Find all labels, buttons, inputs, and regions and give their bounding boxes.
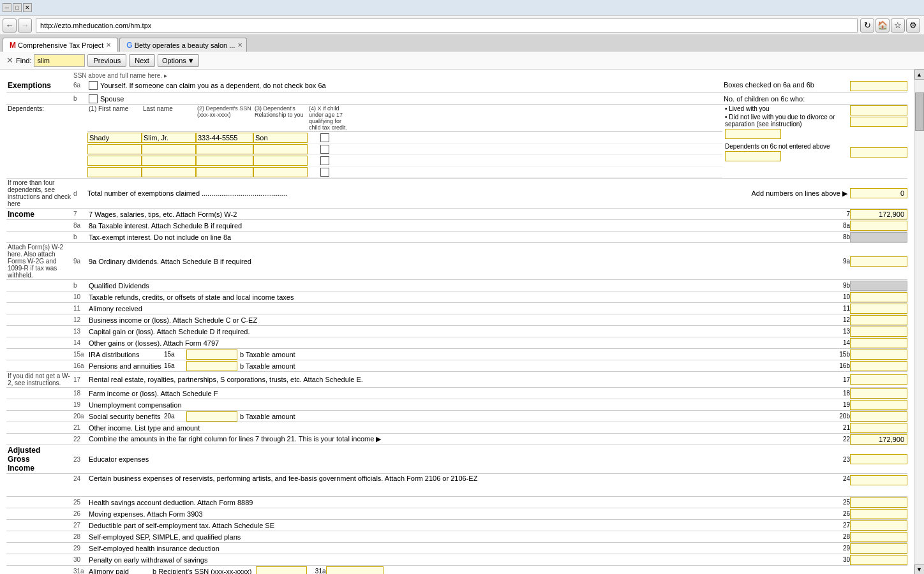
dep1-ssn[interactable]: 333-44-5555 (196, 133, 253, 143)
scroll-down-button[interactable]: ▼ (914, 564, 925, 574)
line9b-field[interactable] (850, 281, 907, 291)
line16a-field[interactable] (186, 361, 237, 371)
line12-field[interactable] (850, 315, 907, 325)
dep-col3: (2) Dependent's SSN (xxx-xx-xxxx) (196, 105, 253, 131)
line25-ref: 25 (831, 499, 850, 506)
dep4-checkbox[interactable] (320, 168, 329, 177)
dep4-lastname[interactable] (142, 167, 196, 177)
line7-value[interactable]: 172,900 (850, 209, 907, 219)
tab1-close[interactable]: ✕ (106, 41, 111, 48)
line23-field[interactable] (850, 454, 907, 464)
line10-field[interactable] (850, 292, 907, 302)
line28-field[interactable] (850, 532, 907, 542)
dep1-relationship[interactable]: Son (253, 133, 308, 143)
tab-comprehensive[interactable]: M Comprehensive Tax Project ✕ (3, 38, 118, 52)
find-close-button[interactable]: ✕ (6, 55, 13, 65)
dep3-firstname[interactable] (87, 156, 142, 166)
dep2-lastname[interactable] (142, 144, 196, 154)
line22-value[interactable]: 172,900 (850, 434, 907, 445)
line30-field[interactable] (850, 555, 907, 565)
did-not-live-field[interactable] (725, 129, 781, 139)
dep2-checkbox[interactable] (320, 145, 329, 154)
ssn-note-row: SSN above and full name here. ▸ (6, 72, 907, 79)
add-numbers-value[interactable]: 0 (850, 188, 907, 198)
checkbox-6a[interactable] (89, 81, 98, 90)
line27-ref: 27 (831, 522, 850, 529)
line18-field[interactable] (850, 388, 907, 399)
dep-col-headers: (1) First name Last name (2) Dependent's… (87, 105, 722, 132)
dep-6c-field[interactable] (725, 151, 781, 161)
dep4-ssn[interactable] (196, 167, 253, 177)
line20b-field[interactable] (850, 411, 907, 422)
line8a-field[interactable] (850, 221, 907, 231)
line8b-row: b Tax-exempt interest. Do not include on… (6, 232, 907, 243)
line13-field[interactable] (850, 327, 907, 337)
dep3-relationship[interactable] (253, 156, 308, 166)
dep2-relationship[interactable] (253, 144, 308, 154)
line18-desc: Farm income or (loss). Attach Schedule F (87, 390, 831, 397)
refresh-button[interactable]: ↻ (860, 18, 874, 33)
line14-field[interactable] (850, 338, 907, 348)
dep-row3 (87, 155, 722, 166)
line27-field[interactable] (850, 520, 907, 531)
dep2-firstname[interactable] (87, 144, 142, 154)
dep4-firstname[interactable] (87, 167, 142, 177)
line26-field[interactable] (850, 509, 907, 519)
address-bar[interactable] (36, 18, 858, 33)
not-live-right-field[interactable] (850, 117, 907, 127)
scroll-up-button[interactable]: ▲ (914, 70, 925, 80)
favorites-button[interactable]: ☆ (891, 18, 905, 33)
maximize-btn[interactable]: □ (13, 3, 22, 12)
line20a-row: 20a Social security benefits 20a b Taxab… (6, 411, 907, 422)
dep3-ssn[interactable] (196, 156, 253, 166)
line15b-field[interactable] (850, 350, 907, 360)
tab-betty[interactable]: G Betty operates a beauty salon ... ✕ (119, 38, 247, 52)
line16b-field[interactable] (850, 361, 907, 371)
line8b-field[interactable] (850, 232, 907, 242)
line12-ref: 12 (831, 316, 850, 323)
find-previous-button[interactable]: Previous (87, 54, 126, 67)
scroll-thumb[interactable] (915, 92, 924, 131)
find-options-button[interactable]: Options ▼ (158, 54, 199, 67)
line20a-field[interactable] (186, 411, 237, 422)
line25-field[interactable] (850, 497, 907, 508)
line31a-field[interactable] (326, 566, 384, 575)
boxes-checked-field[interactable] (850, 81, 907, 91)
line20b-label: b Taxable amount (237, 413, 831, 420)
line9a-desc: 9a Ordinary dividends. Attach Schedule B… (87, 258, 831, 265)
minimize-btn[interactable]: ─ (3, 3, 11, 12)
forward-button[interactable]: → (18, 18, 32, 33)
back-button[interactable]: ← (3, 18, 17, 33)
line31b-label: b Recipient's SSN (xxx-xx-xxxx) (151, 568, 253, 575)
line24-field[interactable] (850, 475, 907, 485)
dep2-ssn[interactable] (196, 144, 253, 154)
find-input[interactable] (34, 54, 85, 67)
line21-field[interactable] (850, 423, 907, 433)
dependents-area: (1) First name Last name (2) Dependent's… (87, 105, 722, 178)
settings-button[interactable]: ⚙ (906, 18, 920, 33)
lived-with-right-field[interactable] (850, 105, 907, 115)
line6a-desc: Yourself. If someone can claim you as a … (100, 82, 326, 89)
dep1-lastname[interactable]: Slim, Jr. (142, 133, 196, 143)
line9a-field[interactable] (850, 256, 907, 267)
dep1-checkbox[interactable] (320, 133, 329, 142)
dep3-lastname[interactable] (142, 156, 196, 166)
line9b-desc: Qualified Dividends (87, 282, 831, 290)
dep-row1: Shady Slim, Jr. 333-44-5555 Son (87, 132, 722, 144)
tab2-close[interactable]: ✕ (237, 41, 242, 48)
dep4-relationship[interactable] (253, 167, 308, 177)
find-next-button[interactable]: Next (129, 54, 155, 67)
line29-field[interactable] (850, 543, 907, 554)
dep3-checkbox[interactable] (320, 156, 329, 165)
dep1-firstname[interactable]: Shady (87, 133, 142, 143)
line17-field[interactable] (850, 374, 907, 385)
line15a-field[interactable] (186, 350, 237, 360)
line31-ssn-field[interactable] (256, 566, 307, 575)
line11-field[interactable] (850, 304, 907, 314)
home-button[interactable]: 🏠 (876, 18, 890, 33)
line17-row: If you did not get a W-2, see instructio… (6, 372, 907, 388)
dep-6c-right-field[interactable] (850, 147, 907, 158)
close-btn[interactable]: ✕ (23, 3, 32, 12)
checkbox-6b[interactable] (89, 94, 98, 103)
line19-field[interactable] (850, 400, 907, 410)
